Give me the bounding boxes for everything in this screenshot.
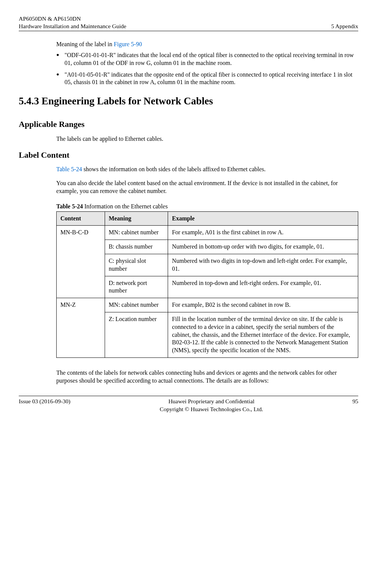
cell-example: Numbered with two digits in top-down and… (168, 254, 358, 276)
table-header-row: Content Meaning Example (57, 211, 358, 226)
applicable-heading: Applicable Ranges (19, 119, 358, 130)
cell-example: Numbered in bottom-up order with two dig… (168, 240, 358, 254)
footer-center: Huawei Proprietary and Confidential Copy… (160, 398, 263, 413)
cell-content: MN-B-C-D (57, 226, 105, 298)
cell-meaning: D: network port number (105, 276, 168, 298)
th-content: Content (57, 211, 105, 226)
figure-link[interactable]: Figure 5-90 (114, 41, 142, 47)
table-row: MN-Z MN: cabinet number For example, B02… (57, 298, 358, 312)
cell-meaning: MN: cabinet number (105, 226, 168, 240)
footer-center2: Copyright © Huawei Technologies Co., Ltd… (160, 406, 263, 413)
cell-example: Numbered in top-down and left-right orde… (168, 276, 358, 298)
doc-model: AP6050DN & AP6150DN (19, 15, 126, 23)
meaning-bullets: "ODF-G01-01-01-R" indicates that the loc… (56, 51, 358, 86)
cell-example: Fill in the location number of the termi… (168, 312, 358, 357)
page-header: AP6050DN & AP6150DN Hardware Installatio… (19, 15, 358, 31)
cell-meaning: MN: cabinet number (105, 298, 168, 312)
footer-center1: Huawei Proprietary and Confidential (160, 398, 263, 405)
cell-example: For example, A01 is the first cabinet in… (168, 226, 358, 240)
table-link[interactable]: Table 5-24 (56, 166, 82, 172)
cell-example: For example, B02 is the second cabinet i… (168, 298, 358, 312)
th-example: Example (168, 211, 358, 226)
table-caption-rest: Information on the Ethernet cables (83, 203, 168, 210)
closing-para: The contents of the labels for network c… (56, 369, 358, 385)
para1-post: shows the information on both sides of t… (82, 166, 266, 172)
label-content-para2: You can also decide the label content ba… (56, 179, 358, 195)
label-content-heading: Label Content (19, 150, 358, 161)
table-caption-bold: Table 5-24 (56, 203, 83, 210)
header-right: 5 Appendix (331, 23, 358, 30)
applicable-text: The labels can be applied to Ethernet ca… (56, 135, 358, 143)
ethernet-table: Content Meaning Example MN-B-C-D MN: cab… (56, 211, 358, 358)
footer-left: Issue 03 (2016-09-30) (19, 398, 71, 413)
table-caption: Table 5-24 Information on the Ethernet c… (56, 203, 358, 211)
th-meaning: Meaning (105, 211, 168, 226)
page-footer: Issue 03 (2016-09-30) Huawei Proprietary… (19, 396, 358, 413)
doc-title: Hardware Installation and Maintenance Gu… (19, 23, 126, 30)
section-heading: 5.4.3 Engineering Labels for Network Cab… (19, 95, 358, 108)
cell-meaning: C: physical slot number (105, 254, 168, 276)
cell-content: MN-Z (57, 298, 105, 358)
label-content-para1: Table 5-24 shows the information on both… (56, 166, 358, 173)
meaning-line: Meaning of the label in Figure 5-90 (56, 41, 358, 48)
list-item: "A01-01-05-01-R" indicates that the oppo… (65, 71, 358, 87)
cell-meaning: B: chassis number (105, 240, 168, 254)
meaning-prefix: Meaning of the label in (56, 41, 114, 47)
table-row: MN-B-C-D MN: cabinet number For example,… (57, 226, 358, 240)
footer-right: 95 (353, 398, 359, 413)
list-item: "ODF-G01-01-01-R" indicates that the loc… (65, 51, 358, 67)
cell-meaning: Z: Location number (105, 312, 168, 357)
header-left: AP6050DN & AP6150DN Hardware Installatio… (19, 15, 126, 30)
